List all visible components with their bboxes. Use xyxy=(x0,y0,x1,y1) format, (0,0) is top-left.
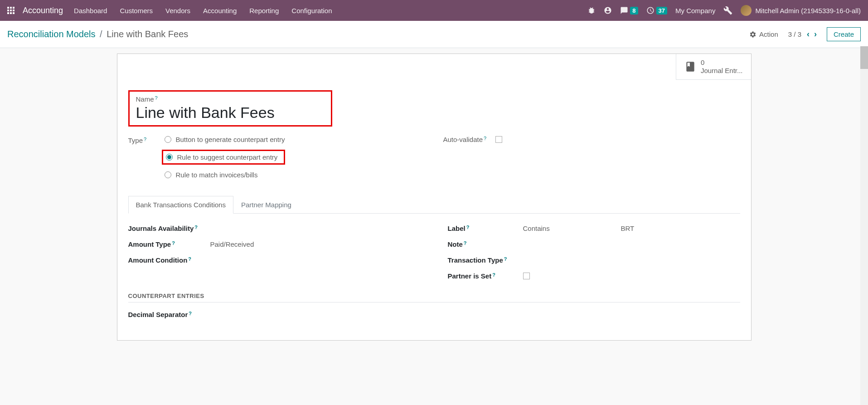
help-icon[interactable]: ? xyxy=(188,256,191,262)
tabs: Bank Transactions Conditions Partner Map… xyxy=(128,196,740,214)
stat-value: 0 xyxy=(701,59,743,67)
app-name[interactable]: Accounting xyxy=(23,6,63,15)
activities-icon[interactable]: 37 xyxy=(646,6,667,15)
pager-next[interactable]: › xyxy=(814,29,817,39)
tools-icon[interactable] xyxy=(723,6,732,15)
radio-icon-checked xyxy=(166,154,173,161)
scrollbar-thumb[interactable] xyxy=(860,46,868,69)
type-label: Type? xyxy=(128,136,155,144)
note-label: Note? xyxy=(448,240,516,248)
main-area: 0 Journal Entr... Name? Line with Bank F… xyxy=(0,48,868,341)
label-value[interactable]: BRT xyxy=(621,224,684,232)
menu-vendors[interactable]: Vendors xyxy=(165,7,190,15)
help-icon[interactable]: ? xyxy=(484,136,486,141)
button-box: 0 Journal Entr... xyxy=(676,54,751,80)
messages-badge: 8 xyxy=(630,7,638,15)
user-name: Mitchell Admin (21945339-16-0-all) xyxy=(755,7,861,15)
transaction-type-label: Transaction Type? xyxy=(448,256,516,264)
action-label: Action xyxy=(759,30,778,38)
scrollbar-track[interactable] xyxy=(860,46,868,341)
counterpart-header: COUNTERPART ENTRIES xyxy=(128,293,740,303)
name-value[interactable]: Line with Bank Fees xyxy=(136,104,323,122)
journals-label: Journals Availability? xyxy=(128,224,203,232)
pager-prev[interactable]: ‹ xyxy=(807,29,810,39)
breadcrumb-separator: / xyxy=(100,29,102,39)
journal-entries-button[interactable]: 0 Journal Entr... xyxy=(676,54,751,79)
auto-validate-checkbox[interactable] xyxy=(495,136,502,143)
activities-badge: 37 xyxy=(656,7,667,15)
bug-icon[interactable] xyxy=(587,6,596,15)
pager-count[interactable]: 3 / 3 xyxy=(788,30,801,38)
radio-icon xyxy=(165,171,171,178)
nav-menu: Dashboard Customers Vendors Accounting R… xyxy=(74,7,332,15)
auto-validate-field: Auto-validate? xyxy=(443,136,740,143)
form-sheet: 0 Journal Entr... Name? Line with Bank F… xyxy=(117,54,752,341)
action-button[interactable]: Action xyxy=(749,30,778,38)
radio-rule-suggest[interactable]: Rule to suggest counterpart entry xyxy=(166,153,279,161)
menu-reporting[interactable]: Reporting xyxy=(249,7,279,15)
radio-highlight: Rule to suggest counterpart entry xyxy=(162,150,285,165)
gear-icon xyxy=(749,31,756,38)
menu-accounting[interactable]: Accounting xyxy=(203,7,237,15)
control-panel: Reconciliation Models / Line with Bank F… xyxy=(0,21,868,48)
company-selector[interactable]: My Company xyxy=(675,7,715,15)
radio-button-generate[interactable]: Button to generate counterpart entry xyxy=(165,136,285,143)
avatar xyxy=(741,5,752,16)
name-field-highlight: Name? Line with Bank Fees xyxy=(128,90,332,127)
decimal-separator-label: Decimal Separator? xyxy=(128,311,203,318)
help-icon[interactable]: ? xyxy=(144,137,146,142)
create-button[interactable]: Create xyxy=(827,27,861,41)
breadcrumb-parent[interactable]: Reconciliation Models xyxy=(7,29,96,39)
partner-set-label: Partner is Set? xyxy=(448,272,516,280)
partner-set-checkbox[interactable] xyxy=(523,273,530,279)
amount-condition-label: Amount Condition? xyxy=(128,256,203,264)
help-icon[interactable]: ? xyxy=(466,224,470,230)
amount-type-label: Amount Type? xyxy=(128,240,203,248)
radio-icon xyxy=(165,136,171,143)
user-menu[interactable]: Mitchell Admin (21945339-16-0-all) xyxy=(741,5,861,16)
radio-rule-match[interactable]: Rule to match invoices/bills xyxy=(165,171,285,179)
help-icon[interactable]: ? xyxy=(464,240,467,246)
apps-icon[interactable] xyxy=(7,7,15,14)
name-label: Name? xyxy=(136,95,323,103)
help-icon[interactable]: ? xyxy=(172,240,175,246)
type-radio-group: Button to generate counterpart entry Rul… xyxy=(165,136,285,179)
breadcrumb-current: Line with Bank Fees xyxy=(107,29,188,39)
breadcrumb: Reconciliation Models / Line with Bank F… xyxy=(7,29,188,39)
menu-customers[interactable]: Customers xyxy=(120,7,153,15)
help-icon[interactable]: ? xyxy=(504,256,507,262)
control-panel-right: Action 3 / 3 ‹ › Create xyxy=(749,27,861,41)
menu-configuration[interactable]: Configuration xyxy=(291,7,332,15)
menu-dashboard[interactable]: Dashboard xyxy=(74,7,107,15)
help-icon[interactable]: ? xyxy=(189,311,192,316)
navbar-left: Accounting Dashboard Customers Vendors A… xyxy=(7,6,332,15)
stat-label: Journal Entr... xyxy=(701,67,743,75)
tab-bank-conditions[interactable]: Bank Transactions Conditions xyxy=(128,196,233,214)
help-icon[interactable]: ? xyxy=(155,95,158,101)
amount-type-value[interactable]: Paid/Received xyxy=(210,240,274,248)
label-operator[interactable]: Contains xyxy=(523,224,614,232)
pager: 3 / 3 ‹ › xyxy=(788,29,817,39)
book-icon xyxy=(684,61,696,73)
label-label: Label? xyxy=(448,224,516,232)
help-icon[interactable]: ? xyxy=(492,272,495,278)
navbar-right: 8 37 My Company Mitchell Admin (21945339… xyxy=(587,5,861,16)
messages-icon[interactable]: 8 xyxy=(620,6,638,15)
auto-validate-label: Auto-validate? xyxy=(443,136,487,143)
top-navbar: Accounting Dashboard Customers Vendors A… xyxy=(0,0,868,21)
support-icon[interactable] xyxy=(604,6,612,15)
tab-partner-mapping[interactable]: Partner Mapping xyxy=(233,196,299,214)
help-icon[interactable]: ? xyxy=(194,224,198,230)
tab-content: Journals Availability? Amount Type? Paid… xyxy=(128,214,740,329)
